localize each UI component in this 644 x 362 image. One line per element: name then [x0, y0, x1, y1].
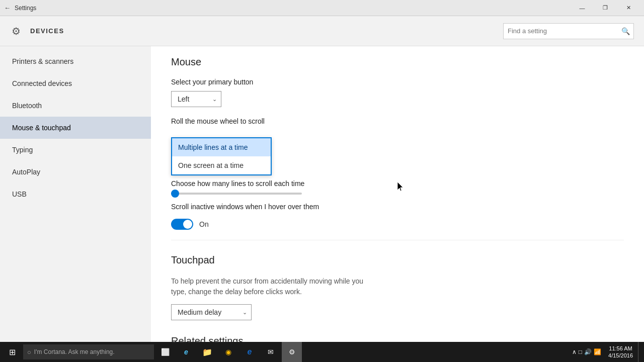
- scroll-label: Roll the mouse wheel to scroll: [171, 117, 624, 125]
- touchpad-desc: To help prevent the cursor from accident…: [171, 276, 624, 297]
- scroll-dropdown-open[interactable]: Multiple lines at a time One screen at a…: [171, 137, 272, 175]
- titlebar-controls: — ❐ ✕: [571, 0, 640, 16]
- primary-button-dropdown[interactable]: Left ⌄: [171, 91, 221, 107]
- scroll-option-multiple[interactable]: Multiple lines at a time: [172, 138, 271, 156]
- sys-tray: ∧ □ 🔊 📶: [570, 348, 603, 355]
- taskbar-right: ∧ □ 🔊 📶 11:56 AM 4/15/2016: [570, 342, 642, 362]
- main-layout: Printers & scanners Connected devices Bl…: [0, 46, 644, 342]
- start-button[interactable]: ⊞: [2, 342, 22, 362]
- taskbar-clock[interactable]: 11:56 AM 4/15/2016: [604, 345, 637, 359]
- maximize-button[interactable]: ❐: [594, 0, 617, 16]
- back-button[interactable]: ←: [4, 4, 11, 12]
- minimize-button[interactable]: —: [571, 0, 594, 16]
- sidebar-item-connected[interactable]: Connected devices: [0, 72, 151, 95]
- taskbar-search[interactable]: ○ I'm Cortana. Ask me anything.: [23, 344, 154, 359]
- chrome-button[interactable]: ◉: [218, 342, 238, 362]
- sidebar-item-mouse[interactable]: Mouse & touchpad: [0, 117, 151, 139]
- lines-slider-thumb[interactable]: [171, 190, 179, 198]
- lines-slider-track: [171, 193, 302, 195]
- sidebar: Printers & scanners Connected devices Bl…: [0, 46, 151, 342]
- task-view-button[interactable]: ⬜: [155, 342, 175, 362]
- scroll-inactive-toggle[interactable]: [171, 219, 193, 230]
- sidebar-item-printers[interactable]: Printers & scanners: [0, 50, 151, 72]
- date-display: 4/15/2016: [608, 352, 633, 359]
- delay-dropdown[interactable]: Medium delay ⌄: [171, 304, 252, 320]
- task-view-icon: ⬜: [161, 348, 170, 356]
- close-button[interactable]: ✕: [617, 0, 640, 16]
- scroll-inactive-section: Scroll inactive windows when I hover ove…: [171, 203, 624, 230]
- folder-button[interactable]: 📁: [197, 342, 217, 362]
- related-section: Related settings Additional mouse option…: [171, 335, 624, 342]
- app-header: ⚙ DEVICES 🔍: [0, 16, 644, 46]
- header-left: ⚙ DEVICES: [8, 23, 64, 39]
- lines-scroll-section: Choose how many lines to scroll each tim…: [171, 179, 624, 195]
- mouse-section-title: Mouse: [171, 56, 624, 68]
- chevron-up-icon[interactable]: ∧: [572, 348, 577, 355]
- search-icon[interactable]: 🔍: [617, 23, 633, 39]
- taskbar: ⊞ ○ I'm Cortana. Ask me anything. ⬜ e 📁 …: [0, 342, 644, 362]
- scroll-inactive-label: Scroll inactive windows when I hover ove…: [171, 203, 624, 211]
- lines-label: Choose how many lines to scroll each tim…: [171, 179, 624, 188]
- show-desktop-button[interactable]: [638, 342, 642, 362]
- sidebar-item-autoplay[interactable]: AutoPlay: [0, 161, 151, 183]
- scroll-option-one[interactable]: One screen at a time: [172, 156, 271, 174]
- sidebar-item-bluetooth[interactable]: Bluetooth: [0, 95, 151, 117]
- titlebar: ← Settings — ❐ ✕: [0, 0, 644, 16]
- cortana-circle-icon: ○: [27, 348, 31, 356]
- search-box[interactable]: 🔍: [503, 23, 634, 39]
- gear-taskbar-button[interactable]: ⚙: [282, 342, 302, 362]
- battery-icon: □: [579, 348, 582, 355]
- ie-button[interactable]: e: [239, 342, 260, 362]
- toggle-row: On: [171, 219, 624, 230]
- app-title: DEVICES: [30, 27, 64, 35]
- search-input[interactable]: [504, 27, 617, 35]
- cortana-search-text: I'm Cortana. Ask me anything.: [34, 348, 115, 355]
- sidebar-item-usb[interactable]: USB: [0, 183, 151, 205]
- gear-icon: ⚙: [8, 23, 24, 39]
- speaker-icon[interactable]: 🔊: [584, 348, 592, 355]
- primary-button-value: Left: [178, 95, 189, 103]
- touchpad-title: Touchpad: [171, 254, 624, 266]
- section-divider-1: [171, 240, 624, 240]
- delay-arrow: ⌄: [243, 309, 247, 316]
- toggle-knob: [183, 220, 192, 229]
- delay-value: Medium delay: [178, 308, 221, 316]
- titlebar-left: ← Settings: [4, 4, 36, 12]
- related-settings-title: Related settings: [171, 335, 624, 342]
- primary-button-arrow: ⌄: [212, 96, 217, 103]
- touchpad-section: Touchpad To help prevent the cursor from…: [171, 254, 624, 320]
- toggle-state-label: On: [199, 220, 209, 228]
- mail-button[interactable]: ✉: [261, 342, 281, 362]
- network-icon[interactable]: 📶: [594, 348, 601, 355]
- time-display: 11:56 AM: [609, 345, 632, 352]
- content-area: Mouse Select your primary button Left ⌄ …: [151, 46, 644, 342]
- edge-button[interactable]: e: [176, 342, 196, 362]
- window-title: Settings: [15, 5, 36, 12]
- primary-button-label: Select your primary button: [171, 78, 624, 86]
- sidebar-item-typing[interactable]: Typing: [0, 139, 151, 161]
